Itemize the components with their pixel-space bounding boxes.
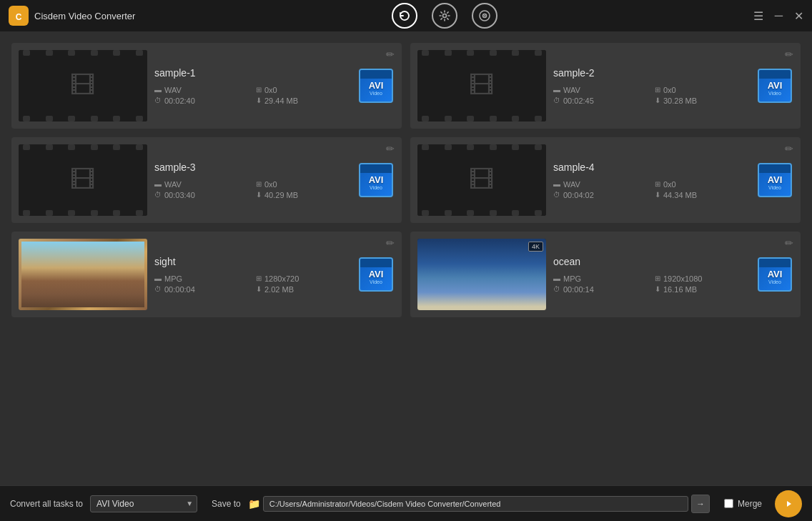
duration-icon: ⏱ bbox=[553, 285, 560, 293]
size-row: ⬇ 44.34 MB bbox=[655, 191, 749, 199]
duration: 00:02:45 bbox=[563, 96, 594, 105]
duration: 00:04:02 bbox=[563, 191, 594, 199]
duration-icon: ⏱ bbox=[553, 96, 560, 104]
size-row: ⬇ 2.02 MB bbox=[256, 285, 350, 294]
resolution-icon: ⊞ bbox=[655, 274, 660, 282]
svg-point-2 bbox=[442, 14, 446, 18]
thumbnail-sample-1: 🎞 bbox=[19, 50, 147, 121]
save-to-label: Save to bbox=[212, 499, 241, 509]
card-edit-button-sample-4[interactable]: ✏ bbox=[785, 143, 793, 154]
thumbnail-sample-4: 🎞 bbox=[417, 144, 546, 216]
media-card-sight: sight ▬ MPG ⊞ 1280x720 ⏱ 00:00:04 ⬇ 2.02… bbox=[11, 232, 402, 317]
settings-icon[interactable] bbox=[432, 3, 457, 29]
file-size: 40.29 MB bbox=[264, 191, 298, 199]
duration: 00:03:40 bbox=[164, 191, 195, 199]
resolution-row: ⊞ 1920x1080 bbox=[655, 274, 749, 283]
open-folder-button[interactable]: → bbox=[691, 495, 710, 513]
save-path-area: 📁 C:/Users/Administrator/Videos/Cisdem V… bbox=[248, 495, 710, 513]
resolution-icon: ⊞ bbox=[256, 274, 262, 282]
format-row: ▬ WAV bbox=[553, 86, 648, 94]
media-meta-ocean: ▬ MPG ⊞ 1920x1080 ⏱ 00:00:14 ⬇ 16.16 MB bbox=[553, 274, 749, 294]
resolution-icon: ⊞ bbox=[256, 86, 262, 94]
svg-text:C: C bbox=[16, 12, 22, 22]
card-edit-button-sample-1[interactable]: ✏ bbox=[386, 49, 395, 60]
format-icon: ▬ bbox=[154, 180, 162, 188]
resolution: 0x0 bbox=[663, 86, 676, 94]
format-badge-sample-4: AVI Video bbox=[756, 162, 793, 199]
format-row: ▬ WAV bbox=[553, 180, 648, 189]
media-info-sample-2: sample-2 ▬ WAV ⊞ 0x0 ⏱ 00:02:45 ⬇ 30.28 … bbox=[546, 67, 756, 105]
resolution-icon: ⊞ bbox=[256, 180, 262, 188]
resolution: 1280x720 bbox=[264, 274, 299, 283]
resolution-icon: ⊞ bbox=[655, 86, 660, 94]
resolution-row: ⊞ 0x0 bbox=[256, 180, 350, 189]
format-badge-sample-3: AVI Video bbox=[357, 162, 395, 199]
format-badge-sample-2: AVI Video bbox=[756, 67, 793, 104]
size-row: ⬇ 16.16 MB bbox=[655, 285, 749, 294]
menu-button[interactable]: ☰ bbox=[753, 9, 763, 23]
format-in: MPG bbox=[563, 274, 581, 283]
duration-icon: ⏱ bbox=[154, 96, 162, 104]
minimize-button[interactable]: ─ bbox=[775, 9, 783, 22]
disc-icon[interactable] bbox=[472, 3, 497, 29]
merge-checkbox[interactable] bbox=[724, 499, 733, 508]
media-info-sample-1: sample-1 ▬ WAV ⊞ 0x0 ⏱ 00:02:40 ⬇ 29.44 … bbox=[147, 67, 357, 105]
duration-icon: ⏱ bbox=[154, 191, 162, 199]
media-name-sample-3: sample-3 bbox=[154, 162, 350, 173]
convert-button[interactable] bbox=[775, 490, 802, 517]
duration-icon: ⏱ bbox=[154, 285, 162, 293]
media-meta-sample-1: ▬ WAV ⊞ 0x0 ⏱ 00:02:40 ⬇ 29.44 MB bbox=[154, 86, 350, 105]
resolution-row: ⊞ 0x0 bbox=[256, 86, 350, 94]
size-icon: ⬇ bbox=[655, 96, 660, 104]
media-meta-sample-2: ▬ WAV ⊞ 0x0 ⏱ 00:02:45 ⬇ 30.28 MB bbox=[553, 86, 749, 105]
resolution: 0x0 bbox=[264, 86, 277, 94]
duration-row: ⏱ 00:02:40 bbox=[154, 96, 249, 105]
merge-label[interactable]: Merge bbox=[738, 499, 762, 509]
duration-row: ⏱ 00:03:40 bbox=[154, 191, 249, 199]
media-name-sight: sight bbox=[154, 256, 350, 267]
file-size: 29.44 MB bbox=[264, 96, 298, 105]
size-icon: ⬇ bbox=[655, 285, 660, 293]
close-button[interactable]: ✕ bbox=[794, 9, 803, 23]
media-meta-sample-3: ▬ WAV ⊞ 0x0 ⏱ 00:03:40 ⬇ 40.29 MB bbox=[154, 180, 350, 199]
file-size: 44.34 MB bbox=[663, 191, 697, 199]
card-edit-button-sight[interactable]: ✏ bbox=[386, 237, 395, 249]
size-row: ⬇ 30.28 MB bbox=[655, 96, 749, 105]
format-icon: ▬ bbox=[154, 274, 162, 282]
format-row: ▬ MPG bbox=[154, 274, 249, 283]
app-title: Cisdem Video Converter bbox=[34, 11, 135, 21]
media-info-sight: sight ▬ MPG ⊞ 1280x720 ⏱ 00:00:04 ⬇ 2.02… bbox=[147, 256, 357, 294]
media-info-sample-4: sample-4 ▬ WAV ⊞ 0x0 ⏱ 00:04:02 ⬇ 44.34 … bbox=[546, 162, 756, 199]
format-select[interactable]: AVI VideoMP4 VideoMOV VideoMKV VideoWMV … bbox=[90, 495, 197, 512]
media-name-sample-4: sample-4 bbox=[553, 162, 749, 173]
format-in: MPG bbox=[164, 274, 182, 283]
file-size: 2.02 MB bbox=[264, 285, 294, 294]
duration-row: ⏱ 00:04:02 bbox=[553, 191, 648, 199]
format-icon: ▬ bbox=[553, 274, 560, 282]
file-size: 30.28 MB bbox=[663, 96, 697, 105]
convert-all-label: Convert all tasks to bbox=[10, 499, 83, 509]
card-edit-button-sample-2[interactable]: ✏ bbox=[785, 49, 793, 60]
media-card-sample-4: 🎞 sample-4 ▬ WAV ⊞ bbox=[410, 137, 801, 223]
refresh-icon[interactable] bbox=[392, 3, 417, 29]
media-grid: 🎞 sample-1 ▬ WAV ⊞ bbox=[0, 31, 812, 485]
thumbnail-sample-2: 🎞 bbox=[417, 50, 546, 121]
card-edit-button-sample-3[interactable]: ✏ bbox=[386, 143, 395, 154]
window-controls: ☰ ─ ✕ bbox=[753, 9, 803, 23]
resolution-row: ⊞ 1280x720 bbox=[256, 274, 350, 283]
duration-row: ⏱ 00:02:45 bbox=[553, 96, 648, 105]
size-icon: ⬇ bbox=[256, 96, 262, 104]
format-badge-sample-1: AVI Video bbox=[357, 67, 395, 104]
media-info-ocean: ocean ▬ MPG ⊞ 1920x1080 ⏱ 00:00:14 ⬇ 16.… bbox=[546, 256, 756, 294]
media-info-sample-3: sample-3 ▬ WAV ⊞ 0x0 ⏱ 00:03:40 ⬇ 40.29 … bbox=[147, 162, 357, 199]
duration-row: ⏱ 00:00:14 bbox=[553, 285, 648, 294]
duration-row: ⏱ 00:00:04 bbox=[154, 285, 249, 294]
card-edit-button-ocean[interactable]: ✏ bbox=[785, 237, 793, 249]
format-in: WAV bbox=[563, 86, 580, 94]
format-badge-sight: AVI Video bbox=[357, 256, 395, 293]
thumbnail-sight bbox=[19, 239, 147, 310]
thumbnail-sample-3: 🎞 bbox=[19, 144, 147, 216]
format-icon: ▬ bbox=[154, 86, 162, 94]
media-card-sample-2: 🎞 sample-2 ▬ WAV ⊞ bbox=[410, 43, 801, 129]
media-name-ocean: ocean bbox=[553, 256, 749, 267]
